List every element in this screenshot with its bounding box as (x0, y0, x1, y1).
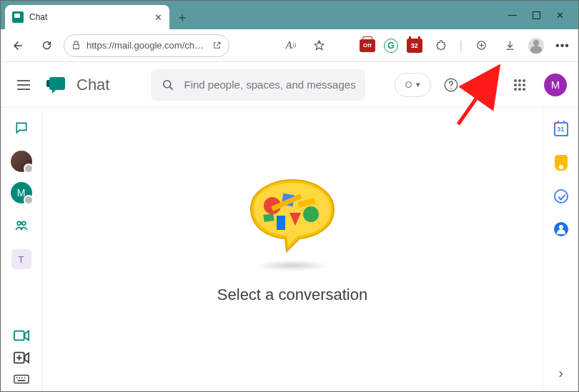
tab-title: Chat (29, 12, 154, 22)
collections-icon[interactable] (471, 36, 491, 56)
expand-side-panel-icon[interactable]: › (558, 365, 563, 381)
url-field[interactable]: https://mail.google.com/ch… (64, 34, 229, 57)
keep-app-icon[interactable] (555, 155, 568, 171)
profile-silhouette-icon[interactable] (528, 38, 544, 54)
svg-point-9 (483, 83, 488, 87)
extension-calendar-icon[interactable]: 32 (407, 39, 422, 53)
search-input[interactable] (184, 79, 355, 91)
main-menu-button[interactable] (9, 71, 38, 99)
google-apps-button[interactable] (505, 71, 534, 99)
contacts-app-icon[interactable] (554, 222, 568, 236)
tab-close-icon[interactable]: ✕ (154, 12, 162, 23)
chat-favicon (12, 11, 24, 23)
browser-tab[interactable]: Chat ✕ (5, 5, 169, 29)
empty-state-text: Select a conversation (217, 286, 367, 304)
svg-rect-16 (14, 376, 28, 383)
svg-point-25 (303, 206, 319, 222)
read-aloud-icon[interactable]: A)) (281, 36, 301, 56)
url-text: https://mail.google.com/ch… (86, 40, 207, 51)
svg-point-5 (164, 80, 171, 87)
status-selector[interactable]: ▾ (395, 73, 431, 97)
tasks-app-icon[interactable] (554, 189, 568, 203)
new-tab-button[interactable]: ＋ (172, 7, 192, 27)
window-close-icon[interactable]: ✕ (556, 10, 564, 21)
svg-rect-12 (14, 331, 24, 341)
contact-1-avatar[interactable] (11, 151, 32, 172)
downloads-icon[interactable] (500, 36, 520, 56)
browser-refresh-button[interactable] (35, 34, 58, 57)
extension-grammarly-icon[interactable]: G (384, 39, 398, 53)
chat-section-icon[interactable] (9, 115, 34, 141)
spaces-section-icon[interactable] (9, 213, 34, 239)
svg-point-11 (21, 221, 25, 225)
user-avatar[interactable]: M (544, 74, 567, 96)
browser-address-bar: https://mail.google.com/ch… A)) Off G 32… (1, 29, 578, 62)
status-indicator-icon (405, 81, 412, 88)
svg-rect-28 (263, 213, 274, 222)
right-side-panel: 31 › (543, 108, 578, 391)
space-t-avatar[interactable]: T (11, 249, 31, 269)
meet-section-icon[interactable] (14, 330, 29, 341)
app-header: Chat ▾ M (1, 62, 578, 108)
svg-line-6 (170, 86, 173, 89)
calendar-app-icon[interactable]: 31 (554, 122, 568, 136)
browser-titlebar: Chat ✕ ＋ ✕ (1, 1, 578, 29)
search-icon (161, 78, 175, 92)
keyboard-icon[interactable] (14, 374, 29, 384)
app-title: Chat (76, 76, 109, 94)
search-bar[interactable] (151, 69, 365, 101)
empty-state-illustration (242, 174, 342, 253)
help-button[interactable] (437, 71, 465, 99)
lock-icon (71, 41, 81, 50)
extension-off-icon[interactable]: Off (360, 39, 375, 52)
svg-rect-26 (277, 216, 285, 230)
open-external-icon[interactable] (212, 41, 222, 50)
chevron-down-icon: ▾ (416, 80, 420, 89)
svg-point-8 (450, 87, 452, 89)
main-content: Select a conversation (42, 108, 543, 391)
left-rail: M T (1, 108, 42, 391)
svg-point-10 (17, 221, 21, 225)
chat-logo-icon (46, 76, 68, 94)
window-minimize-icon[interactable] (508, 15, 517, 16)
settings-gear-button[interactable] (471, 71, 500, 99)
new-meeting-icon[interactable] (14, 351, 29, 364)
favorite-icon[interactable] (310, 36, 330, 56)
window-maximize-icon[interactable] (533, 11, 540, 19)
browser-menu-icon[interactable]: ••• (553, 36, 573, 56)
browser-back-button[interactable] (6, 34, 29, 57)
extensions-puzzle-icon[interactable] (431, 36, 451, 56)
contact-2-avatar[interactable]: M (11, 182, 32, 203)
